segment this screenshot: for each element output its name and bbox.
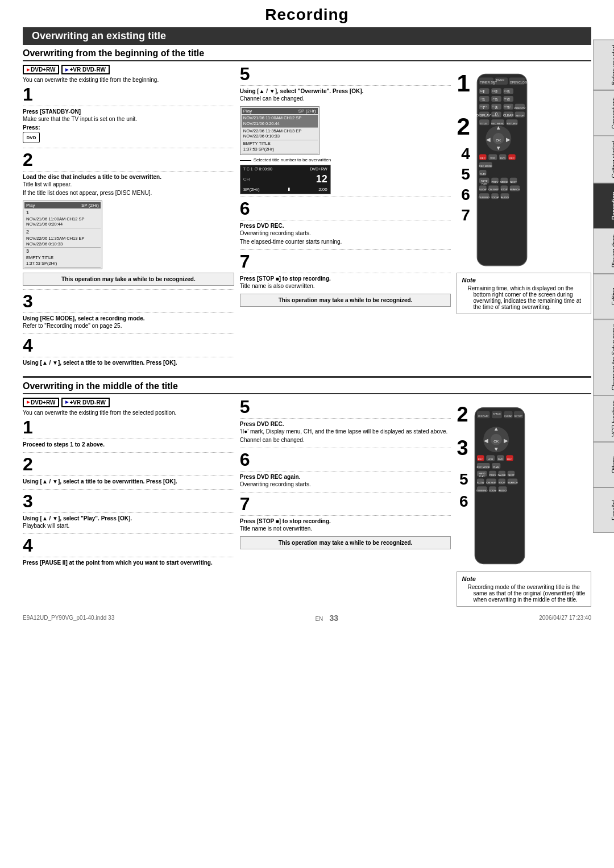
svg-text:AUDIO: AUDIO: [499, 489, 507, 492]
step7-text: Title name is also overwritten.: [240, 283, 451, 289]
remote-step-4: 4: [461, 145, 470, 163]
svg-text:PAUSE: PAUSE: [500, 181, 508, 183]
s2-step3-num: 3: [23, 492, 234, 510]
svg-text:RETURN: RETURN: [507, 122, 517, 125]
tab-editing[interactable]: Editing: [593, 274, 614, 319]
s2-step1-label: Proceed to steps 1 to 2 above.: [23, 441, 234, 448]
warning-box-2: This operation may take a while to be re…: [240, 294, 451, 307]
dvd-plus-rw-logo: ▶ DVD+RW: [23, 65, 59, 74]
svg-text:▼: ▼: [493, 445, 499, 452]
svg-text:OPEN/CLOSE: OPEN/CLOSE: [510, 81, 529, 84]
step6-block: 6 Press DVD REC. Overwriting recording s…: [240, 199, 451, 245]
s2-step1-block: 1 Proceed to steps 1 to 2 above.: [23, 418, 234, 448]
tab-getting-started[interactable]: Getting started: [593, 136, 614, 183]
s2-step2-block: 2 Using [▲ / ▼], select a title to be ov…: [23, 455, 234, 485]
step7-block: 7 Press [STOP ■] to stop recording. Titl…: [240, 252, 451, 289]
tab-recording[interactable]: Recording: [593, 183, 614, 228]
s2-step2-num: 2: [23, 455, 234, 473]
svg-text:▶: ▶: [506, 136, 511, 143]
svg-text:DISPLAY: DISPLAY: [476, 113, 491, 117]
note-text-1: Remaining time, which is displayed on th…: [467, 285, 586, 310]
right-tabs: Before you start Connections Getting sta…: [593, 40, 614, 533]
step3-num: 3: [23, 292, 234, 310]
dvd-rw-logo-2: ▶ +VR DVD-RW: [61, 398, 109, 407]
footer-date: 2006/04/27 17:23:40: [539, 615, 591, 621]
s2-step5-num: 5: [240, 398, 451, 416]
step2-text2: If the title list does not appear, press…: [23, 190, 234, 196]
note-box-2: Note Recording mode of the overwriting t…: [457, 571, 591, 607]
remote-step-7: 7: [461, 207, 470, 224]
svg-text:SEARCH: SEARCH: [508, 481, 518, 484]
title-item-2: 2 NOV/22/06 11:35AM CH13 EP NOV/22/06 0:…: [24, 228, 101, 248]
svg-text:VCR: VCR: [490, 157, 495, 160]
s2-step6-text: Overwriting recording starts.: [240, 481, 451, 487]
page-number: 33: [329, 614, 338, 623]
svg-text:PLAY: PLAY: [480, 475, 486, 478]
tab-before-you-start[interactable]: Before you start: [593, 40, 614, 90]
annotation-selected: Selected title number to be overwritten: [240, 157, 451, 162]
remote-control-1: STANDBY-ON TIMER SET TIMER OPEN/CLOSE 1: [474, 70, 530, 270]
svg-text:PLAY: PLAY: [493, 465, 500, 468]
s2-step5-text1: 'II●' mark, Display menu, CH, and the ti…: [240, 428, 451, 435]
step7-num: 7: [240, 252, 451, 270]
svg-text:ABC: ABC: [480, 90, 485, 93]
step6-num: 6: [240, 199, 451, 218]
svg-text:REC MODE: REC MODE: [479, 165, 492, 168]
step3-block: 3 Using [REC MODE], select a recording m…: [23, 292, 234, 329]
step4-num: 4: [23, 336, 234, 354]
svg-text:CM SKIP: CM SKIP: [487, 481, 497, 484]
svg-text:PLAY: PLAY: [480, 173, 486, 176]
remote-svg-1: STANDBY-ON TIMER SET TIMER OPEN/CLOSE 1: [474, 70, 530, 269]
s2-step6-label: Press DVD REC again.: [240, 474, 451, 480]
section-header: Overwriting an existing title: [23, 27, 591, 45]
s2-step2-label: Using [▲ / ▼], select a title to be over…: [23, 478, 234, 485]
s2-step4-label: Press [PAUSE II] at the point from which…: [23, 560, 234, 566]
note-box-1: Note Remaining time, which is displayed …: [457, 273, 591, 314]
svg-text:SETUP: SETUP: [516, 114, 524, 117]
svg-text:SLOW: SLOW: [479, 188, 487, 191]
svg-text:RAPID: RAPID: [481, 180, 488, 182]
step5-block: 5 Using [▲ / ▼], select "Overwrite". Pre…: [240, 65, 451, 102]
step-numbers-remote1: 1 2 4 5 6 7: [457, 70, 470, 224]
main-title: Recording: [23, 6, 591, 24]
remote-control-2: DISPLAY SPACE CLEAR SETUP ▲: [471, 403, 528, 569]
tab-others[interactable]: Others: [593, 442, 614, 487]
svg-text:▲: ▲: [496, 124, 501, 131]
tab-vcr-functions[interactable]: VCR functions: [593, 395, 614, 442]
s2-step6-num: 6: [240, 450, 451, 469]
tab-changing-setup[interactable]: Changing the Setup menu: [593, 319, 614, 395]
s2-step3-text: Playback will start.: [23, 523, 234, 529]
subsection2-title: Overwriting in the middle of the title: [23, 381, 591, 394]
s2-step6-block: 6 Press DVD REC again. Overwriting recor…: [240, 450, 451, 487]
step3-label: Using [REC MODE], select a recording mod…: [23, 315, 234, 322]
step1-text: Make sure that the TV input is set on th…: [23, 116, 234, 122]
note-title-2: Note: [462, 575, 586, 582]
step5-text: Channel can be changed.: [240, 95, 451, 102]
warning-box-1: This operation may take a while to be re…: [23, 273, 234, 286]
svg-text:DUBBING: DUBBING: [479, 196, 490, 199]
svg-text:OK: OK: [494, 439, 500, 443]
svg-text:CM SKIP: CM SKIP: [488, 188, 499, 191]
step1b-label: Press:: [23, 124, 234, 131]
svg-text:OK: OK: [496, 138, 501, 142]
tab-espanol[interactable]: Español: [593, 487, 614, 533]
page-num-section: EN 33: [315, 614, 338, 623]
svg-text:ZOOM: ZOOM: [491, 196, 499, 199]
svg-text:PREV: PREV: [489, 473, 496, 476]
svg-text:REC: REC: [509, 157, 515, 160]
remote2-step-2: 2: [457, 403, 468, 426]
svg-text:REC: REC: [480, 157, 485, 160]
step4-block: 4 Using [▲ / ▼], select a title to be ov…: [23, 336, 234, 366]
tab-playing-discs[interactable]: Playing discs: [593, 228, 614, 274]
svg-text:DISPLAY: DISPLAY: [479, 414, 489, 417]
svg-text:PLAY: PLAY: [482, 183, 487, 185]
svg-text:TIMER: TIMER: [496, 78, 505, 82]
svg-text:▶: ▶: [504, 437, 509, 443]
step4-label: Using [▲ / ▼], select a title to be over…: [23, 360, 234, 366]
remote-section-2: 2 3 5 6 DISPLAY S: [457, 403, 591, 569]
tab-connections[interactable]: Connections: [593, 90, 614, 136]
svg-text:MNO: MNO: [504, 97, 511, 100]
svg-text:NEXT: NEXT: [508, 473, 515, 476]
svg-text:SLOW: SLOW: [477, 481, 485, 484]
title-list-1: Play SP (2Hr) 1 NOV/21/06 11:00AM CH12 S…: [23, 201, 102, 269]
